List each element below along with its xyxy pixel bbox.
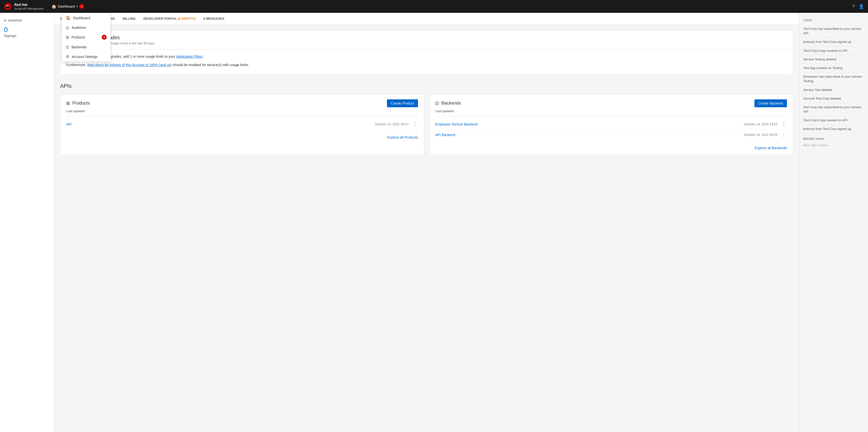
signups-count: 0: [4, 26, 50, 34]
home-icon: 🏠: [66, 16, 71, 20]
activity-item-2[interactable]: Test Corp's App created on API: [803, 47, 864, 55]
navbar: RH Red Hat 3scale API Management 🏠 Dashb…: [0, 0, 868, 13]
dropdown-menu: 🏠 Dashboard ◎ Audience ⊞ Products 2 ⊡ Ba…: [62, 13, 111, 62]
audience-section-icon: ◎: [4, 19, 6, 22]
backend-api-kebab[interactable]: ⋮: [780, 132, 787, 138]
sidebar: ◎ AUDIENCE 0 Signups: [0, 13, 54, 432]
backend-api-date: October 14, 2022 09:24: [744, 133, 778, 137]
before-today-empty: Blue skies ahead...: [803, 143, 864, 147]
backend-list-item-1: API Backend October 14, 2022 09:24 ⋮: [435, 130, 787, 140]
products-card: ⊞ Products Create Product Last updated A…: [60, 94, 424, 155]
dropdown-item-account-settings[interactable]: ⚙ Account Settings: [62, 52, 111, 61]
dashboard-label: Dashboard: [58, 4, 75, 8]
dropdown-item-backends[interactable]: ⊡ Backends: [62, 42, 111, 52]
create-backend-button[interactable]: Create Backend: [754, 99, 787, 107]
stat-billing[interactable]: BILLING: [123, 17, 135, 21]
signups-label: Signups: [4, 34, 50, 38]
upgrades-body-p1: In order to show Potential Upgrades, add…: [66, 54, 787, 59]
activity-item-7[interactable]: Account Test Corp deleted: [803, 94, 864, 103]
apis-section: APIs ⊞ Products Create Product Last upda…: [60, 83, 793, 155]
navbar-right: ? 👤: [852, 4, 864, 9]
explore-backends-link[interactable]: Explore all Backends: [435, 144, 787, 150]
backends-card-icon: ⊡: [435, 100, 439, 106]
backend-employee-kebab[interactable]: ⋮: [780, 121, 787, 127]
product-api-name[interactable]: API: [66, 122, 375, 126]
upgrades-body: In order to show Potential Upgrades, add…: [60, 50, 793, 75]
help-icon[interactable]: ?: [852, 4, 855, 9]
backend-employee-name[interactable]: Employee Service Backend: [435, 122, 744, 126]
backend-api-name[interactable]: API Backend: [435, 133, 744, 137]
activity-item-8[interactable]: Test Corp has subscribed to your service…: [803, 103, 864, 116]
redhat-logo: RH: [4, 2, 12, 10]
activity-item-3[interactable]: Service Testing deleted: [803, 55, 864, 64]
activity-panel: TODAY Test Corp has subscribed to your s…: [799, 13, 868, 432]
svg-text:RH: RH: [6, 5, 9, 7]
products-badge: 2: [102, 35, 107, 40]
backends-icon: ⊡: [66, 45, 69, 49]
potential-upgrades-card: 2 today Potential Upgrades Accounts that…: [60, 31, 793, 75]
apis-grid: ⊞ Products Create Product Last updated A…: [60, 94, 793, 155]
activity-item-6[interactable]: Service Test deleted: [803, 86, 864, 94]
products-card-icon: ⊞: [66, 100, 70, 106]
brand-logo-area: RH Red Hat 3scale API Management: [4, 2, 43, 10]
activity-item-1[interactable]: testcorp from Test Corp signed up: [803, 38, 864, 46]
before-today-section-title: BEFORE TODAY: [803, 137, 864, 140]
sidebar-metric: 0 Signups: [0, 24, 54, 42]
backends-card-title: ⊡ Backends: [435, 100, 461, 106]
activity-item-5[interactable]: Developer has subscribed to your service…: [803, 73, 864, 86]
today-items-container: Test Corp has subscribed to your service…: [803, 25, 864, 134]
product-api-date: October 14, 2022 09:27: [375, 122, 409, 126]
activity-item-4[interactable]: Test App created on Testing: [803, 64, 864, 73]
upgrades-body-p2: Furthermore, Web Alerts for Admins of th…: [66, 62, 787, 67]
dashboard-nav-item[interactable]: 🏠 Dashboard ▾ 1: [50, 3, 86, 10]
product-list-item: API October 14, 2022 09:27 ⋮: [66, 119, 418, 129]
stat-developer-portal[interactable]: DEVELOPER PORTAL (0 DRAFTS): [143, 17, 195, 21]
products-icon: ⊞: [66, 35, 69, 40]
brand-name: Red Hat 3scale API Management: [14, 2, 43, 10]
content-area: 2 ACCOUNTS 2 APPLICATIONS BILLING DEVELO…: [54, 13, 799, 432]
application-plans-link[interactable]: Application Plans: [176, 55, 203, 58]
backends-last-updated: Last updated: [435, 109, 787, 116]
backend-list-item-0: Employee Service Backend October 14, 202…: [435, 119, 787, 130]
audience-icon: ◎: [66, 25, 69, 30]
today-section-title: TODAY: [803, 19, 864, 22]
upgrades-header: 2 today Potential Upgrades Accounts that…: [60, 31, 793, 50]
settings-icon: ⚙: [66, 54, 69, 59]
dropdown-item-audience[interactable]: ◎ Audience: [62, 23, 111, 32]
backends-card: ⊡ Backends Create Backend Last updated E…: [429, 94, 793, 155]
products-last-updated: Last updated: [66, 109, 418, 116]
main-layout: ◎ AUDIENCE 0 Signups 2 ACCOUNTS 2 APPLIC…: [0, 13, 868, 432]
activity-item-9[interactable]: Test Corp's App created on API: [803, 116, 864, 125]
products-card-title: ⊞ Products: [66, 100, 90, 106]
apis-section-title: APIs: [60, 83, 793, 89]
activity-item-10[interactable]: testcorp from Test Corp signed up: [803, 125, 864, 133]
user-icon[interactable]: 👤: [859, 4, 864, 9]
main-content: 2 today Potential Upgrades Accounts that…: [54, 25, 799, 432]
stat-messages[interactable]: 0 MESSAGES: [204, 17, 224, 21]
products-card-header: ⊞ Products Create Product: [66, 99, 418, 107]
create-product-button[interactable]: Create Product: [387, 99, 418, 107]
explore-products-link[interactable]: Explore all Products: [66, 134, 418, 139]
nav-badge: 1: [79, 4, 84, 9]
sidebar-section-label: ◎ AUDIENCE: [0, 17, 54, 24]
backends-card-header: ⊡ Backends Create Backend: [435, 99, 787, 107]
stats-bar: 2 ACCOUNTS 2 APPLICATIONS BILLING DEVELO…: [54, 13, 799, 25]
web-alerts-link[interactable]: Web Alerts for Admins of this Account of…: [87, 63, 172, 67]
activity-item-0[interactable]: Test Corp has subscribed to your service…: [803, 25, 864, 38]
product-kebab-menu[interactable]: ⋮: [411, 121, 418, 127]
dropdown-item-dashboard[interactable]: 🏠 Dashboard: [62, 13, 111, 23]
backend-employee-date: October 14, 2022 14:02: [744, 122, 778, 126]
dropdown-item-products[interactable]: ⊞ Products 2: [62, 32, 111, 42]
dashboard-chevron: ▾: [76, 5, 78, 8]
